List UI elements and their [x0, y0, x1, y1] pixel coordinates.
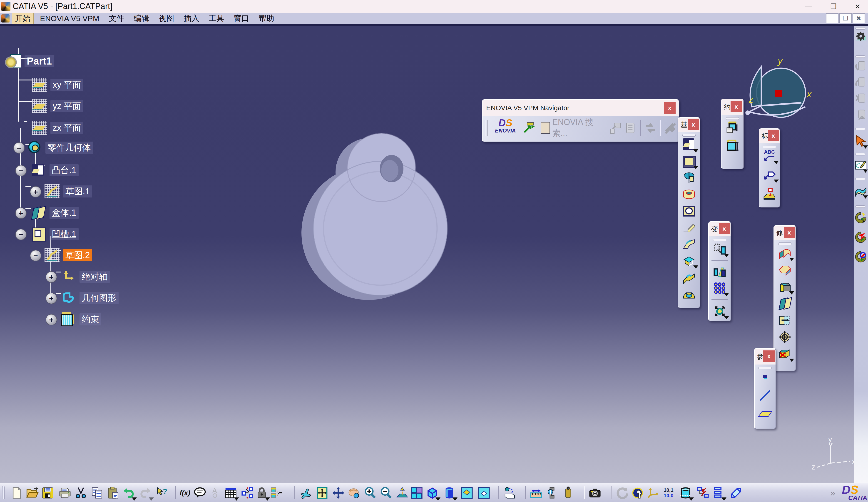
close-icon[interactable]: x — [768, 130, 779, 141]
tree-item-label[interactable]: xy 平面 — [50, 79, 83, 91]
design-table-icon[interactable] — [225, 486, 237, 499]
compass[interactable]: y x z — [745, 56, 812, 117]
tree-root-label[interactable]: Part1 — [24, 55, 54, 67]
line-icon[interactable] — [758, 389, 772, 402]
rib-icon[interactable] — [682, 221, 695, 234]
capture-icon[interactable] — [589, 486, 601, 499]
lock-icon[interactable] — [255, 486, 268, 499]
flag-note-icon[interactable] — [763, 168, 776, 181]
undo-icon[interactable] — [122, 486, 135, 499]
mdi-minimize-button[interactable]: — — [826, 13, 838, 23]
pad-icon[interactable] — [682, 138, 695, 151]
toolbar-grip[interactable] — [682, 134, 695, 136]
draft-angle-icon[interactable] — [778, 280, 792, 293]
menu-edit[interactable]: 编辑 — [131, 13, 153, 24]
pdm-save-icon[interactable] — [854, 76, 867, 89]
tree-item-label[interactable]: zx 平面 — [50, 122, 83, 134]
tree-item-sketch2[interactable]: 草图.2 — [44, 248, 92, 262]
isometric-view-icon[interactable] — [426, 486, 439, 499]
tree-item-label[interactable]: 几何图形 — [80, 292, 118, 304]
minimize-button[interactable]: — — [801, 1, 816, 12]
toolbar-overflow-chevron[interactable]: » — [826, 488, 840, 498]
axis-system-icon[interactable] — [647, 486, 660, 499]
tree-item-label[interactable]: 凸台.1 — [50, 164, 79, 176]
menu-enovia[interactable]: ENOVIA V5 VPM — [37, 14, 102, 23]
refresh-icon[interactable] — [616, 486, 628, 499]
toolbar-grip[interactable] — [763, 146, 776, 148]
toolbar-grip[interactable] — [2, 486, 4, 499]
edge-fillet-icon[interactable] — [778, 246, 792, 259]
knowledge-flash-icon[interactable] — [854, 231, 867, 244]
groove-icon[interactable] — [682, 188, 695, 201]
measure-item-icon[interactable] — [546, 486, 558, 499]
datum-target-icon[interactable] — [763, 187, 776, 200]
print-icon[interactable] — [59, 486, 71, 499]
expander-partbody[interactable]: − — [13, 142, 25, 154]
close-button[interactable]: ✕ — [850, 1, 865, 12]
web-connect-icon[interactable] — [632, 486, 644, 499]
formula-icon[interactable]: f(x) — [178, 486, 191, 499]
restore-button[interactable]: ❐ — [826, 1, 841, 12]
point-icon[interactable] — [758, 371, 772, 384]
expander-pocket1[interactable]: − — [15, 229, 27, 240]
copy-icon[interactable] — [91, 486, 103, 499]
pan-icon[interactable] — [332, 486, 344, 499]
equivalent-dimensions-icon[interactable]: }= — [270, 486, 283, 499]
menu-file[interactable]: 文件 — [106, 13, 127, 24]
menu-tools[interactable]: 工具 — [206, 13, 227, 24]
fit-all-in-icon[interactable] — [316, 486, 329, 499]
enovia-search-field[interactable] — [541, 122, 550, 134]
pdm-publish-icon[interactable] — [854, 109, 867, 121]
tree-root[interactable]: Part1 — [6, 54, 54, 68]
toolbar-grip[interactable] — [713, 239, 726, 241]
toolbar-grip[interactable] — [726, 117, 739, 120]
removed-multi-section-icon[interactable] — [682, 287, 695, 300]
hole-icon[interactable] — [682, 204, 695, 217]
catalog-browser-icon[interactable] — [854, 211, 867, 224]
pdm-sync-icon[interactable] — [854, 92, 867, 105]
workbench-icon[interactable] — [854, 31, 867, 44]
toolbar-grip[interactable] — [856, 153, 865, 155]
text-disabled-icon[interactable]: A — [209, 486, 222, 499]
measure-between-icon[interactable] — [530, 486, 542, 499]
constraints-dialog-icon[interactable] — [726, 121, 739, 134]
shaft-icon[interactable] — [682, 171, 695, 184]
tree-item-absolute-axis[interactable]: 绝对轴 — [61, 269, 110, 284]
toolbar-grip[interactable] — [485, 120, 487, 136]
paste-icon[interactable] — [107, 486, 120, 499]
tree-item-label[interactable]: 约束 — [80, 314, 101, 326]
open-icon[interactable] — [26, 486, 39, 499]
text-with-leader-icon[interactable]: ABC — [763, 150, 776, 163]
multi-section-solid-icon[interactable] — [682, 271, 695, 284]
toolbar-grip[interactable] — [856, 128, 865, 130]
zoom-out-icon[interactable] — [380, 486, 393, 499]
toolbar-grip[interactable] — [856, 27, 865, 30]
knowledge-compass-icon[interactable] — [854, 250, 867, 263]
insert-object-icon[interactable] — [503, 486, 516, 499]
chamfer-icon[interactable] — [778, 263, 792, 276]
snap-to-point-icon[interactable]: 10,110,0 — [662, 486, 675, 499]
expander-constraints[interactable]: + — [46, 314, 57, 326]
relations-icon[interactable] — [241, 486, 254, 499]
toolbar-grip[interactable] — [758, 367, 772, 369]
sketcher-icon[interactable] — [854, 158, 867, 171]
thread-icon[interactable] — [778, 330, 792, 344]
toolbar-grip[interactable] — [856, 178, 865, 180]
tree-item-label[interactable]: 零件几何体 — [45, 142, 93, 154]
stacked-commands-icon[interactable] — [712, 486, 725, 499]
tree-item-sketch1[interactable]: 草图.1 — [44, 184, 92, 198]
tree-item-label[interactable]: 绝对轴 — [80, 271, 110, 283]
tree-item-label[interactable]: 草图.2 — [63, 249, 92, 262]
swap-visible-space-icon[interactable] — [477, 486, 490, 499]
enovia-search-label[interactable]: ENOVIA 搜索... — [552, 117, 606, 139]
interrupt-update-icon[interactable] — [696, 486, 709, 499]
expander-geometry[interactable]: + — [46, 293, 57, 304]
mdi-close-button[interactable]: ✖ — [852, 13, 865, 23]
toolbar-grip[interactable] — [856, 55, 865, 58]
tree-item-label[interactable]: 凹槽.1 — [50, 228, 79, 240]
surfaces-icon[interactable] — [854, 185, 867, 197]
tree-item-geometry[interactable]: 几何图形 — [61, 291, 118, 305]
pdm-open-icon[interactable] — [854, 60, 867, 73]
tree-item-partbody[interactable]: 零件几何体 — [27, 141, 93, 155]
plane-ref-icon[interactable] — [758, 407, 772, 420]
